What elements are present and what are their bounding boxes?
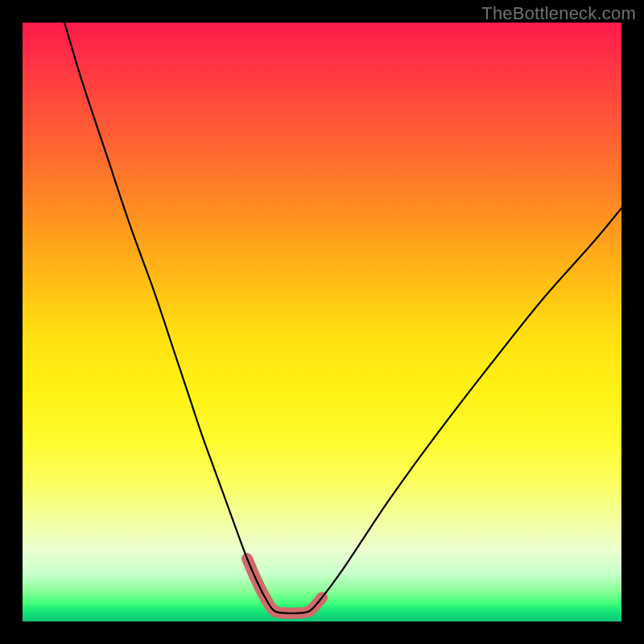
curve-svg (23, 23, 621, 621)
bottleneck-curve (64, 23, 621, 613)
plot-area (23, 23, 621, 621)
watermark-text: TheBottleneck.com (481, 3, 636, 24)
chart-frame: TheBottleneck.com (0, 0, 644, 644)
